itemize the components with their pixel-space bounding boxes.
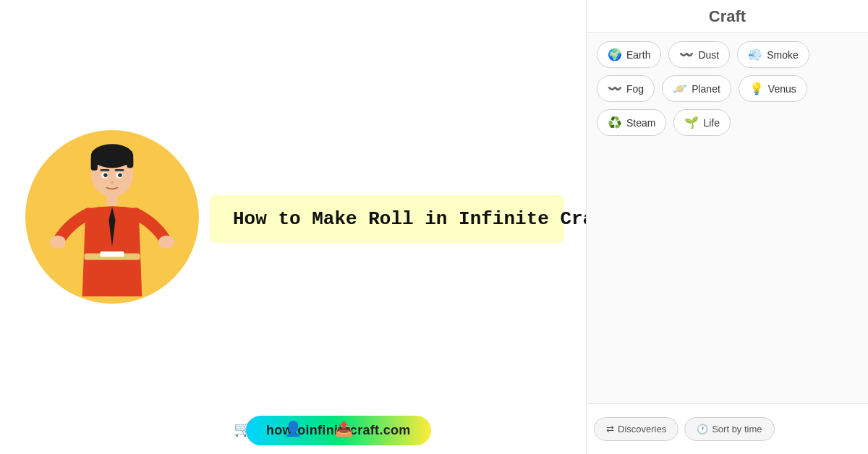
sort-by-time-label: Sort by time	[712, 424, 762, 434]
life-label: Life	[703, 117, 720, 129]
smoke-icon: 💨	[748, 48, 762, 61]
discoveries-tab[interactable]: ⇄ Discoveries	[594, 417, 678, 441]
clock-icon: 🕐	[697, 424, 708, 434]
svg-point-9	[118, 174, 122, 178]
element-fog[interactable]: 〰️ Fog	[597, 75, 655, 102]
fog-icon: 〰️	[608, 82, 622, 95]
craft-header: Craft	[587, 0, 868, 33]
element-life[interactable]: 🌱 Life	[673, 109, 731, 136]
svg-rect-16	[101, 252, 124, 257]
dust-label: Dust	[698, 49, 719, 61]
elements-grid: 🌍 Earth 〰️ Dust 💨 Smoke 〰️ Fog 🪐 Planet	[587, 33, 868, 454]
planet-icon: 🪐	[673, 82, 687, 95]
svg-rect-5	[115, 169, 124, 171]
earth-label: Earth	[626, 49, 650, 61]
character-illustration	[40, 137, 184, 296]
discoveries-icon: ⇄	[606, 424, 614, 434]
element-steam[interactable]: ♻️ Steam	[597, 109, 666, 136]
svg-rect-11	[107, 194, 118, 206]
page-title: How to Make Roll in Infinite Craft	[233, 208, 541, 230]
elements-row-0: 🌍 Earth 〰️ Dust 💨 Smoke	[597, 41, 858, 68]
steam-icon: ♻️	[608, 116, 622, 129]
right-panel: Craft 🌍 Earth 〰️ Dust 💨 Smoke 〰️ Fog	[587, 0, 868, 454]
discoveries-label: Discoveries	[618, 424, 666, 434]
life-icon: 🌱	[684, 116, 699, 129]
character-avatar	[25, 130, 199, 304]
user-icon[interactable]: 👤	[278, 414, 307, 443]
element-venus[interactable]: 💡 Venus	[739, 75, 807, 102]
title-banner: How to Make Roll in Infinite Craft	[210, 195, 564, 243]
cart-icon[interactable]: 🛒	[228, 414, 257, 443]
svg-point-8	[103, 174, 108, 178]
earth-icon: 🌍	[608, 48, 622, 61]
venus-label: Venus	[768, 83, 796, 95]
svg-point-13	[50, 236, 66, 249]
share-icon[interactable]: 📤	[329, 414, 358, 443]
element-dust[interactable]: 〰️ Dust	[668, 41, 730, 68]
svg-point-10	[110, 181, 114, 184]
svg-rect-3	[127, 156, 133, 168]
bottom-icons-row: 🛒 👤 📤	[0, 403, 586, 454]
dust-icon: 〰️	[679, 48, 694, 61]
fog-label: Fog	[626, 83, 644, 95]
venus-icon: 💡	[749, 82, 764, 95]
planet-label: Planet	[692, 83, 720, 95]
svg-rect-4	[101, 169, 110, 171]
smoke-label: Smoke	[767, 49, 799, 61]
elements-row-2: ♻️ Steam 🌱 Life	[597, 109, 858, 136]
svg-rect-2	[91, 156, 98, 171]
sort-by-time-tab[interactable]: 🕐 Sort by time	[684, 417, 774, 441]
elements-row-1: 〰️ Fog 🪐 Planet 💡 Venus	[597, 75, 858, 102]
element-smoke[interactable]: 💨 Smoke	[737, 41, 809, 68]
element-earth[interactable]: 🌍 Earth	[597, 41, 661, 68]
steam-label: Steam	[626, 117, 655, 129]
bottom-tabs: ⇄ Discoveries 🕐 Sort by time	[587, 403, 868, 454]
svg-point-14	[158, 236, 174, 249]
element-planet[interactable]: 🪐 Planet	[662, 75, 731, 102]
left-craft-panel: How to Make Roll in Infinite Craft howto…	[0, 0, 586, 454]
